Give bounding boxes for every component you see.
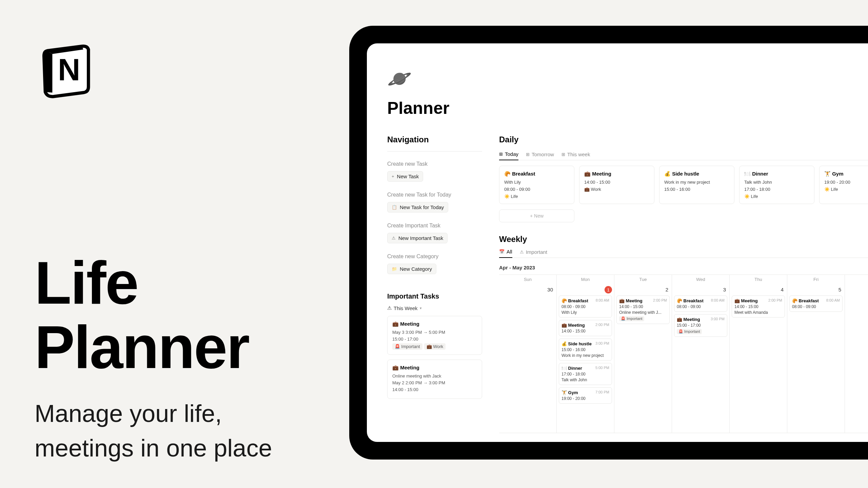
calendar-event[interactable]: 💰 Side hustle3:00 PM15:00 - 16:00Work in…	[559, 339, 612, 361]
calendar-cell[interactable]: 3 🥐 Breakfast8:00 AM08:00 - 09:00 💼 Meet…	[672, 284, 730, 433]
date-number: 30	[547, 287, 553, 292]
dow-header: Wed	[672, 275, 730, 284]
date-number: 3	[723, 287, 726, 292]
daily-card[interactable]: 🥐 BreakfastWith Lily08:00 - 09:00☀️ Life	[499, 166, 574, 204]
app-screen: 🪐 Planner Navigation Create new Task +Ne…	[367, 43, 868, 442]
dow-header: Sun	[499, 275, 557, 284]
dow-header: Fri	[787, 275, 845, 284]
calendar-event[interactable]: 🏋️ Gym7:00 PM19:00 - 20:00	[559, 387, 612, 404]
nav-group-label: Create new Category	[387, 253, 482, 260]
tablet-frame: 🪐 Planner Navigation Create new Task +Ne…	[349, 26, 868, 460]
important-task-card[interactable]: 💼 MeetingMay 3 3:00 PM → 5:00 PM15:00 - …	[387, 316, 482, 355]
week-selector[interactable]: ⚠This Week▾	[387, 305, 422, 311]
weekly-tab[interactable]: ⚠Important	[520, 249, 547, 258]
daily-tab[interactable]: ⊞Today	[499, 151, 518, 160]
calendar-event[interactable]: 💼 Meeting2:00 PM14:00 - 15:00	[559, 320, 612, 336]
calendar-cell[interactable]: 2 💼 Meeting2:00 PM14:00 - 15:00Online me…	[614, 284, 672, 433]
dow-header: Sat	[845, 275, 868, 284]
calendar-cell[interactable]: 5 🥐 Breakfast8:00 AM08:00 - 09:00	[787, 284, 845, 433]
svg-text:N: N	[58, 52, 80, 87]
nav-group-label: Create Important Task	[387, 223, 482, 229]
calendar-event[interactable]: 💼 Meeting2:00 PM14:00 - 15:00Meet with A…	[732, 296, 785, 318]
weekly-tab[interactable]: 📅All	[499, 249, 512, 258]
calendar-cell[interactable]: 1 🥐 Breakfast8:00 AM08:00 - 09:00With Li…	[557, 284, 614, 433]
hero-title: LifePlanner	[35, 251, 272, 380]
nav-heading: Navigation	[387, 135, 482, 144]
nav-button[interactable]: +New Task	[387, 171, 423, 182]
date-number: 5	[839, 287, 841, 292]
main-column: Daily ⊞Today⊞Tomorrow⊞This week 🥐 Breakf…	[499, 135, 868, 442]
planet-icon: 🪐	[387, 67, 868, 90]
dow-header: Tue	[614, 275, 672, 284]
new-daily-button[interactable]: + New	[499, 209, 574, 222]
calendar-event[interactable]: 💼 Meeting3:00 PM15:00 - 17:00🚨 Important	[674, 314, 727, 337]
calendar-cell[interactable]	[845, 284, 868, 433]
calendar-event[interactable]: 🥐 Breakfast8:00 AM08:00 - 09:00	[674, 296, 727, 312]
daily-tab[interactable]: ⊞This week	[561, 151, 590, 160]
page-title: Planner	[387, 98, 868, 118]
notion-logo: N	[36, 37, 100, 102]
daily-heading: Daily	[499, 135, 868, 144]
nav-button[interactable]: ⚠New Important Task	[387, 233, 448, 243]
nav-group-label: Create new Task	[387, 161, 482, 167]
calendar-event[interactable]: 💼 Meeting2:00 PM14:00 - 15:00Online meet…	[616, 296, 670, 324]
important-task-card[interactable]: 💼 MeetingOnline meeting with JackMay 2 2…	[387, 360, 482, 399]
date-number: 4	[781, 287, 784, 292]
calendar-cell[interactable]: 4 💼 Meeting2:00 PM14:00 - 15:00Meet with…	[730, 284, 787, 433]
daily-card[interactable]: 🍽️ DinnerTalk with John17:00 - 18:00☀️ L…	[739, 166, 814, 204]
hero-subtitle: Manage your life,meetings in one place	[35, 396, 272, 465]
calendar-event[interactable]: 🍽️ Dinner5:00 PM17:00 - 18:00Talk with J…	[559, 363, 612, 385]
daily-tabs: ⊞Today⊞Tomorrow⊞This week	[499, 151, 868, 160]
daily-card[interactable]: 💼 Meeting14:00 - 15:00💼 Work	[579, 166, 654, 204]
calendar-grid: SunMonTueWedThuFriSat301 🥐 Breakfast8:00…	[499, 274, 868, 433]
month-label: Apr - May 2023	[499, 265, 535, 270]
daily-card[interactable]: 💰 Side hustleWork in my new project15:00…	[659, 166, 734, 204]
dow-header: Thu	[730, 275, 787, 284]
nav-button[interactable]: 📁New Category	[387, 264, 436, 274]
nav-group-label: Create new Task for Today	[387, 192, 482, 198]
nav-column: Navigation Create new Task +New TaskCrea…	[387, 135, 482, 442]
date-number: 2	[666, 287, 668, 292]
weekly-heading: Weekly	[499, 235, 868, 244]
daily-tab[interactable]: ⊞Tomorrow	[526, 151, 554, 160]
important-heading: Important Tasks	[387, 292, 482, 300]
date-number: 1	[605, 286, 612, 293]
daily-card[interactable]: 🏋️ Gym19:00 - 20:00☀️ Life	[819, 166, 868, 204]
calendar-event[interactable]: 🥐 Breakfast8:00 AM08:00 - 09:00	[789, 296, 843, 312]
calendar-event[interactable]: 🥐 Breakfast8:00 AM08:00 - 09:00With Lily	[559, 296, 612, 318]
weekly-tabs: 📅All⚠Important	[499, 249, 868, 258]
calendar-cell[interactable]: 30	[499, 284, 557, 433]
nav-button[interactable]: 📋New Task for Today	[387, 202, 448, 212]
dow-header: Mon	[557, 275, 614, 284]
hero-text: LifePlanner Manage your life,meetings in…	[35, 251, 272, 465]
notion-logo-icon: N	[36, 37, 100, 101]
